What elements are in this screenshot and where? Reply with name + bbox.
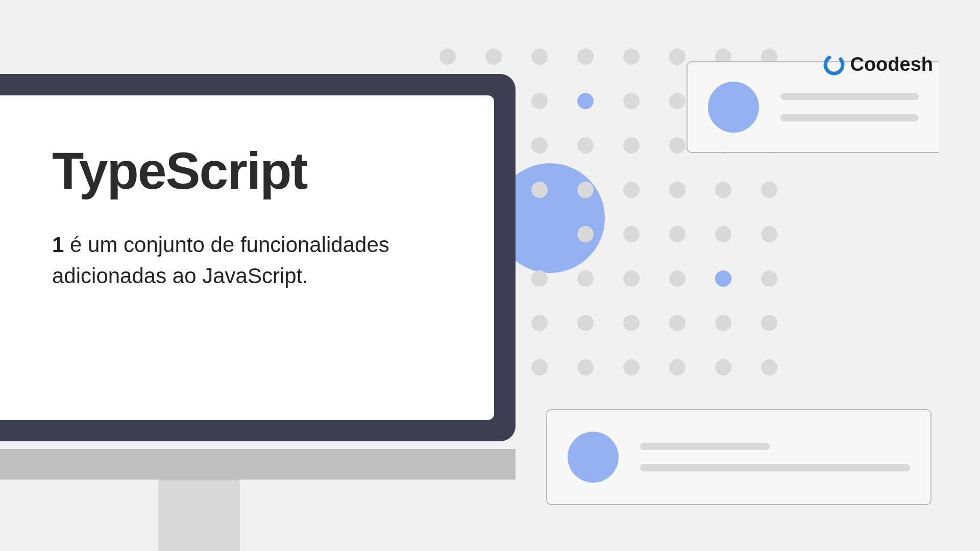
grid-dot: [669, 182, 685, 198]
grid-dot: [577, 359, 594, 375]
avatar-placeholder: [708, 82, 759, 133]
grid-dot: [577, 93, 594, 109]
grid-dot: [669, 270, 685, 287]
grid-dot: [531, 226, 548, 242]
grid-dot: [715, 359, 731, 375]
grid-dot: [439, 48, 456, 65]
grid-dot: [623, 226, 640, 242]
grid-dot: [715, 226, 731, 242]
grid-dot: [761, 226, 777, 242]
page-title: TypeScript: [52, 141, 463, 201]
placeholder-line: [780, 114, 919, 121]
grid-dot: [531, 270, 548, 287]
placeholder-line: [640, 464, 910, 471]
profile-card-bottom: [546, 409, 932, 505]
grid-dot: [669, 137, 685, 154]
grid-dot: [623, 359, 640, 375]
grid-dot: [715, 270, 731, 287]
grid-dot: [531, 48, 548, 65]
grid-dot: [715, 182, 731, 198]
grid-dot: [577, 48, 594, 65]
grid-dot: [669, 93, 685, 109]
grid-dot: [623, 137, 640, 154]
grid-dot: [577, 315, 594, 331]
grid-dot: [669, 359, 685, 375]
grid-dot: [531, 137, 548, 154]
card-text-lines: [640, 443, 910, 471]
placeholder-line: [640, 443, 770, 450]
definition-body: é um conjunto de funcionalidades adicion…: [52, 233, 389, 288]
grid-dot: [669, 226, 685, 242]
grid-dot: [669, 48, 685, 65]
grid-dot: [531, 315, 548, 331]
brand-name: Coodesh: [850, 54, 933, 76]
grid-dot: [623, 93, 640, 109]
grid-dot: [715, 315, 731, 331]
definition-text: 1 é um conjunto de funcionalidades adici…: [52, 230, 463, 292]
card-text-lines: [780, 93, 919, 121]
svg-point-0: [823, 54, 845, 76]
monitor-screen: TypeScript 1 é um conjunto de funcionali…: [0, 95, 494, 420]
brand-logo: Coodesh: [823, 54, 933, 76]
grid-dot: [669, 315, 685, 331]
grid-dot: [531, 93, 548, 109]
grid-dot: [761, 315, 777, 331]
grid-dot: [623, 48, 640, 65]
grid-dot: [577, 137, 594, 154]
monitor-stand-neck: [158, 480, 240, 551]
grid-dot: [761, 182, 777, 198]
grid-dot: [577, 226, 594, 242]
grid-dot: [577, 270, 594, 287]
avatar-placeholder: [568, 432, 619, 483]
grid-dot: [485, 48, 502, 65]
coodesh-logo-icon: [823, 54, 845, 76]
definition-number: 1: [52, 233, 64, 257]
grid-dot: [531, 359, 548, 375]
monitor-stand-base: [0, 449, 516, 480]
monitor-frame: TypeScript 1 é um conjunto de funcionali…: [0, 74, 516, 441]
grid-dot: [577, 182, 594, 198]
grid-dot: [761, 270, 777, 287]
grid-dot: [531, 182, 548, 198]
grid-dot: [623, 182, 640, 198]
grid-dot: [623, 315, 640, 331]
grid-dot: [761, 359, 777, 375]
grid-dot: [623, 270, 640, 287]
placeholder-line: [780, 93, 919, 100]
